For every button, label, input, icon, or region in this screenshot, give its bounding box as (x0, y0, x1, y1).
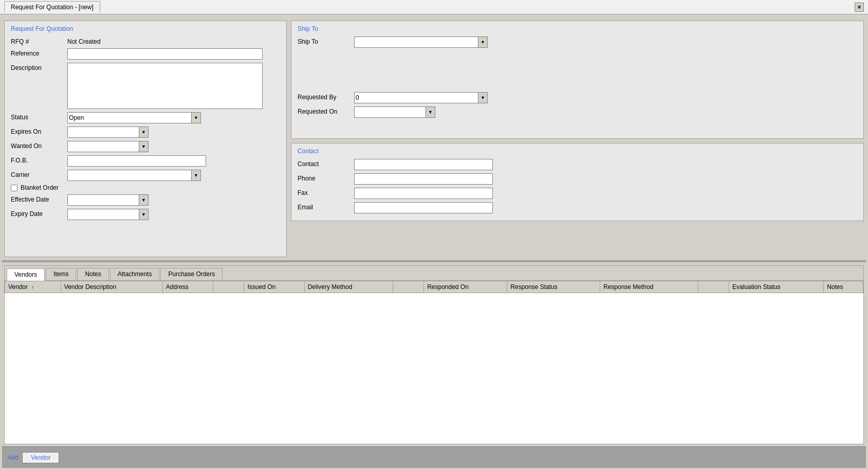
carrier-select-wrapper: ▼ (67, 170, 201, 181)
tab-purchase-orders[interactable]: Purchase Orders (160, 268, 223, 280)
wanted-on-calendar-icon[interactable]: ▼ (139, 141, 149, 152)
form-area: Request For Quotation RFQ # Not Created … (2, 16, 866, 259)
rfq-value: Not Created (67, 37, 101, 45)
fob-row: F.O.B. (11, 155, 280, 167)
col-7 (393, 281, 424, 293)
expiry-date-input[interactable] (67, 209, 139, 220)
expiry-date-label: Expiry Date (11, 209, 67, 218)
status-dropdown-arrow[interactable]: ▼ (192, 112, 201, 123)
rfq-section-title: Request For Quotation (11, 25, 280, 32)
window-title: Request For Quotation - [new] (11, 4, 94, 11)
rfq-label: RFQ # (11, 37, 67, 45)
requested-on-input[interactable] (354, 106, 426, 118)
blanket-order-checkbox[interactable] (11, 185, 17, 191)
requested-by-row: Requested By 0 ▼ (298, 92, 857, 103)
email-row: Email (298, 202, 857, 213)
title-bar: Request For Quotation - [new] × (0, 0, 868, 14)
fax-label: Fax (298, 188, 354, 196)
col-4 (213, 281, 244, 293)
main-window: Request For Quotation - [new] × Request … (0, 0, 868, 470)
left-panel: Request For Quotation RFQ # Not Created … (4, 21, 287, 257)
carrier-row: Carrier ▼ (11, 170, 280, 181)
vendors-table: Vendor ↑ Vendor Description Address (5, 281, 863, 293)
wanted-on-label: Wanted On (11, 141, 67, 150)
expires-on-calendar-icon[interactable]: ▼ (139, 126, 149, 138)
reference-row: Reference (11, 48, 280, 60)
tab-notes[interactable]: Notes (77, 268, 108, 280)
reference-input[interactable] (67, 48, 263, 60)
expires-on-date-wrapper: ▼ (67, 126, 149, 138)
effective-date-calendar-icon[interactable]: ▼ (139, 194, 149, 206)
vendor-button[interactable]: Vendor (22, 452, 59, 463)
carrier-dropdown-arrow[interactable]: ▼ (192, 170, 201, 181)
expires-on-row: Expires On ▼ (11, 126, 280, 138)
bottom-bar: Add Vendor (2, 446, 866, 468)
requested-on-row: Requested On ▼ (298, 106, 857, 118)
ship-to-select[interactable] (354, 37, 478, 48)
fax-input[interactable] (354, 188, 493, 199)
expiry-date-calendar-icon[interactable]: ▼ (139, 209, 149, 220)
fax-row: Fax (298, 188, 857, 199)
col-vendor: Vendor ↑ (5, 281, 61, 293)
col-address: Address (162, 281, 213, 293)
fob-label: F.O.B. (11, 155, 67, 164)
wanted-on-input[interactable] (67, 141, 139, 152)
fob-input[interactable] (67, 155, 206, 167)
phone-input[interactable] (354, 173, 493, 185)
contact-input[interactable] (354, 159, 493, 170)
wanted-on-row: Wanted On ▼ (11, 141, 280, 152)
close-icon: × (857, 4, 861, 11)
contact-section-title: Contact (298, 148, 857, 155)
tab-bar: Vendors Items Notes Attachments Purchase… (5, 266, 863, 281)
requested-on-date-wrapper: ▼ (354, 106, 435, 118)
requested-by-dropdown-arrow[interactable]: ▼ (478, 92, 488, 103)
reference-label: Reference (11, 48, 67, 57)
right-panel: Ship To Ship To ▼ Requested By (291, 21, 864, 257)
col-notes: Notes (824, 281, 863, 293)
email-input[interactable] (354, 202, 493, 213)
tab-vendors[interactable]: Vendors (7, 268, 45, 281)
col-vendor-description: Vendor Description (61, 281, 162, 293)
requested-by-select[interactable]: 0 (354, 92, 478, 103)
carrier-label: Carrier (11, 170, 67, 178)
carrier-select[interactable] (67, 170, 192, 181)
vendor-sort-icon: ↑ (31, 285, 34, 290)
status-label: Status (11, 112, 67, 121)
contact-label: Contact (298, 159, 354, 168)
phone-row: Phone (298, 173, 857, 185)
tabs-container: Vendors Items Notes Attachments Purchase… (4, 265, 864, 444)
expires-on-input[interactable] (67, 126, 139, 138)
requested-on-calendar-icon[interactable]: ▼ (426, 106, 435, 118)
vendors-table-container: Vendor ↑ Vendor Description Address (5, 281, 863, 444)
status-row: Status Open ▼ (11, 112, 280, 123)
ship-to-section-title: Ship To (298, 25, 857, 32)
expiry-date-wrapper: ▼ (67, 209, 149, 220)
ship-to-select-wrapper: ▼ (354, 37, 488, 48)
ship-to-dropdown-arrow[interactable]: ▼ (478, 37, 488, 48)
ship-to-label: Ship To (298, 37, 354, 45)
effective-date-input[interactable] (67, 194, 139, 206)
main-content: Request For Quotation RFQ # Not Created … (0, 14, 868, 470)
requested-by-label: Requested By (298, 92, 354, 101)
col-response-method: Response Method (600, 281, 698, 293)
close-button[interactable]: × (855, 3, 864, 12)
blanket-order-row: Blanket Order (11, 184, 280, 191)
tab-attachments[interactable]: Attachments (110, 268, 160, 280)
rfq-row: RFQ # Not Created (11, 37, 280, 45)
status-select[interactable]: Open (67, 112, 192, 123)
col-issued-on: Issued On (244, 281, 304, 293)
effective-date-row: Effective Date ▼ (11, 194, 280, 206)
description-textarea[interactable] (67, 63, 263, 109)
effective-date-label: Effective Date (11, 194, 67, 203)
expires-on-label: Expires On (11, 126, 67, 135)
tab-items[interactable]: Items (46, 268, 76, 280)
divider (2, 260, 866, 262)
requested-on-label: Requested On (298, 106, 354, 115)
add-link[interactable]: Add (7, 454, 18, 461)
ship-to-panel: Ship To Ship To ▼ Requested By (291, 21, 864, 139)
email-label: Email (298, 202, 354, 211)
status-select-wrapper: Open ▼ (67, 112, 201, 123)
wanted-on-date-wrapper: ▼ (67, 141, 149, 152)
col-evaluation-status: Evaluation Status (729, 281, 824, 293)
contact-panel: Contact Contact Phone Fax Email (291, 143, 864, 221)
